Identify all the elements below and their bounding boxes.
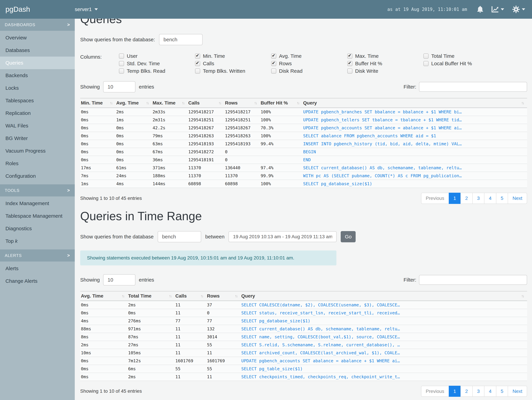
column-toggle-rows[interactable]: Rows bbox=[271, 61, 347, 66]
column-toggle-avg-time[interactable]: Avg. Time bbox=[271, 53, 347, 59]
sidebar-item-replication[interactable]: Replication bbox=[0, 107, 75, 120]
column-toggle-temp-blks-written[interactable]: Temp Blks. Written bbox=[195, 68, 271, 74]
checkbox-rows[interactable] bbox=[271, 61, 276, 66]
go-button[interactable]: Go bbox=[341, 231, 356, 242]
query-link[interactable]: SELECT checkpoints_timed, checkpoints_re… bbox=[241, 373, 527, 381]
query-link[interactable]: END bbox=[303, 156, 527, 164]
checkbox-user[interactable] bbox=[119, 54, 124, 59]
filter-input[interactable] bbox=[419, 82, 527, 92]
column-header-query[interactable]: Query↑↓ bbox=[303, 98, 527, 108]
page-2[interactable]: 2 bbox=[461, 193, 473, 204]
column-toggle-calls[interactable]: Calls bbox=[195, 61, 271, 66]
sidebar-item-index-management[interactable]: Index Management bbox=[0, 197, 75, 210]
page-4[interactable]: 4 bbox=[484, 193, 496, 204]
query-link[interactable]: INSERT INTO pgbench_history (tid, bid, a… bbox=[303, 140, 527, 148]
server-selector[interactable]: server1 bbox=[75, 6, 98, 12]
column-toggle-min-time[interactable]: Min. Time bbox=[195, 53, 271, 59]
column-header-query[interactable]: Query↑↓ bbox=[241, 291, 527, 301]
sort-icon[interactable]: ↑↓ bbox=[146, 101, 149, 105]
sidebar-item-tablespace-management[interactable]: Tablespace Management bbox=[0, 210, 75, 222]
query-link[interactable]: UPDATE pgbench_accounts SET abalance = a… bbox=[303, 124, 527, 132]
sidebar-item-backends[interactable]: Backends bbox=[0, 69, 75, 82]
page-5[interactable]: 5 bbox=[496, 193, 508, 204]
checkbox-calls[interactable] bbox=[195, 61, 200, 66]
checkbox-disk-write[interactable] bbox=[347, 69, 352, 74]
sort-icon[interactable]: ↑↓ bbox=[122, 294, 125, 298]
entries-count-input[interactable] bbox=[103, 81, 135, 92]
column-toggle-user[interactable]: User bbox=[119, 53, 195, 59]
query-link[interactable]: SELECT pg_table_size($1) bbox=[241, 365, 527, 373]
page-5[interactable]: 5 bbox=[496, 386, 508, 397]
column-toggle-max-time[interactable]: Max. Time bbox=[347, 53, 424, 59]
sidebar-item-configuration[interactable]: Configuration bbox=[0, 170, 75, 182]
query-link[interactable]: SELECT status, receive_start_lsn, receiv… bbox=[241, 309, 527, 317]
column-toggle-buffer-hit[interactable]: Buffer Hit % bbox=[347, 61, 424, 66]
sort-icon[interactable]: ↑↓ bbox=[521, 294, 524, 298]
column-toggle-temp-blks-read[interactable]: Temp Blks. Read bbox=[119, 68, 195, 74]
sidebar-item-locks[interactable]: Locks bbox=[0, 82, 75, 94]
column-header-max-time[interactable]: Max. Time↑↓ bbox=[152, 98, 188, 108]
checkbox-disk-read[interactable] bbox=[271, 69, 276, 74]
sidebar-item-diagnostics[interactable]: Diagnostics bbox=[0, 222, 75, 235]
column-header-avg-time[interactable]: Avg. Time↑↓ bbox=[80, 291, 127, 301]
sidebar-item-queries[interactable]: Queries bbox=[0, 57, 75, 69]
column-toggle-disk-write[interactable]: Disk Write bbox=[347, 68, 424, 74]
checkbox-temp-blks-written[interactable] bbox=[195, 69, 200, 74]
query-link[interactable]: UPDATE pgbench_branches SET bbalance = b… bbox=[303, 108, 527, 116]
page-1[interactable]: 1 bbox=[449, 386, 461, 397]
sort-icon[interactable]: ↑↓ bbox=[110, 101, 113, 105]
column-toggle-disk-read[interactable]: Disk Read bbox=[271, 68, 347, 74]
query-link[interactable]: BEGIN bbox=[303, 148, 527, 156]
query-link[interactable]: SELECT abalance FROM pgbench_accounts WH… bbox=[303, 132, 527, 140]
column-header-avg-time[interactable]: Avg. Time↑↓ bbox=[115, 98, 152, 108]
column-header-calls[interactable]: Calls↑↓ bbox=[175, 291, 206, 301]
sidebar-section-header-tools[interactable]: TOOLS> bbox=[0, 184, 75, 197]
query-link[interactable]: SELECT name, setting, COALESCE(boot_val,… bbox=[241, 333, 527, 341]
sort-icon[interactable]: ↑↓ bbox=[235, 294, 238, 298]
page-next[interactable]: Next bbox=[508, 193, 527, 204]
sidebar-item-tablespaces[interactable]: Tablespaces bbox=[0, 94, 75, 107]
column-toggle-local-buffer-hit[interactable]: Local Buffer Hit % bbox=[424, 61, 500, 66]
sidebar-item-change-alerts[interactable]: Change Alerts bbox=[0, 275, 75, 287]
page-previous[interactable]: Previous bbox=[421, 193, 449, 204]
page-3[interactable]: 3 bbox=[472, 386, 485, 397]
column-header-total-time[interactable]: Total Time↑↓ bbox=[127, 291, 175, 301]
checkbox-std-dev-time[interactable] bbox=[119, 61, 124, 66]
sidebar-item-overview[interactable]: Overview bbox=[0, 32, 75, 44]
column-header-calls[interactable]: Calls↑↓ bbox=[188, 98, 224, 108]
checkbox-avg-time[interactable] bbox=[271, 54, 276, 59]
sort-icon[interactable]: ↑↓ bbox=[169, 294, 172, 298]
checkbox-buffer-hit[interactable] bbox=[347, 61, 352, 66]
page-next[interactable]: Next bbox=[508, 386, 527, 397]
sort-icon[interactable]: ↑↓ bbox=[521, 101, 524, 105]
time-range-input[interactable] bbox=[228, 231, 337, 242]
checkbox-temp-blks-read[interactable] bbox=[119, 69, 124, 74]
settings-menu-button[interactable] bbox=[512, 6, 525, 13]
column-toggle-std-dev-time[interactable]: Std. Dev. Time bbox=[119, 61, 195, 66]
query-link[interactable]: SELECT pg_database_size($1) bbox=[241, 317, 527, 325]
charts-menu-button[interactable] bbox=[491, 6, 504, 13]
sidebar-section-header-dashboards[interactable]: DASHBOARDS> bbox=[0, 19, 75, 31]
page-1[interactable]: 1 bbox=[449, 193, 461, 204]
checkbox-min-time[interactable] bbox=[195, 54, 200, 59]
entries-count-input-2[interactable] bbox=[103, 274, 135, 286]
sidebar-item-roles[interactable]: Roles bbox=[0, 157, 75, 170]
query-link[interactable]: SELECT pg_database_size($1) bbox=[303, 180, 527, 188]
query-link[interactable]: UPDATE pgbench_tellers SET tbalance = tb… bbox=[303, 116, 527, 124]
page-4[interactable]: 4 bbox=[484, 386, 496, 397]
checkbox-local-buffer-hit[interactable] bbox=[424, 61, 429, 66]
query-link[interactable]: SELECT archived_count, COALESCE(last_arc… bbox=[241, 349, 527, 357]
query-link[interactable]: SELECT COALESCE(datname, $2), COALESCE(u… bbox=[241, 301, 527, 309]
page-2[interactable]: 2 bbox=[461, 386, 473, 397]
query-link[interactable]: SELECT current_database() AS db, scheman… bbox=[241, 325, 527, 333]
checkbox-max-time[interactable] bbox=[347, 54, 352, 59]
database-input[interactable] bbox=[159, 34, 203, 45]
column-toggle-total-time[interactable]: Total Time bbox=[424, 53, 500, 59]
query-link[interactable]: SELECT S.relid, S.schemaname, S.relname,… bbox=[241, 341, 527, 349]
sort-icon[interactable]: ↑↓ bbox=[219, 101, 222, 105]
sidebar-item-databases[interactable]: Databases bbox=[0, 44, 75, 57]
page-previous[interactable]: Previous bbox=[421, 386, 449, 397]
sidebar-item-wal-files[interactable]: WAL Files bbox=[0, 120, 75, 132]
column-header-min-time[interactable]: Min. Time↑↓ bbox=[80, 98, 115, 108]
page-3[interactable]: 3 bbox=[472, 193, 485, 204]
